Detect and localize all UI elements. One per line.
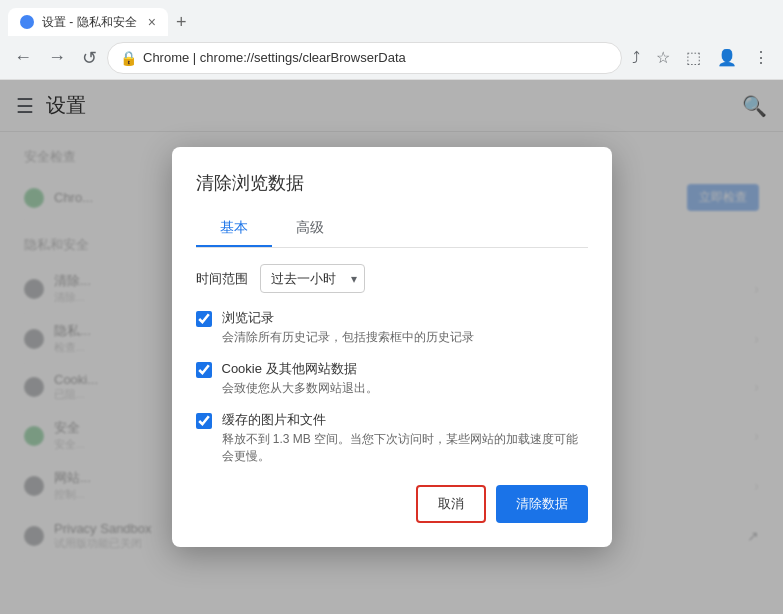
modal-tabs: 基本 高级 [196, 211, 588, 248]
nav-bar: ← → ↺ 🔒 Chrome | chrome://settings/clear… [0, 36, 783, 80]
modal-footer: 取消 清除数据 [196, 485, 588, 523]
address-bar[interactable]: 🔒 Chrome | chrome://settings/clearBrowse… [107, 42, 622, 74]
menu-button[interactable]: ⋮ [747, 44, 775, 71]
tab-basic[interactable]: 基本 [196, 211, 272, 247]
lock-icon: 🔒 [120, 50, 137, 66]
cache-checkbox[interactable] [196, 413, 212, 429]
checkbox-cookies: Cookie 及其他网站数据 会致使您从大多数网站退出。 [196, 360, 588, 397]
clear-data-modal: 清除浏览数据 基本 高级 时间范围 过去一小时 [172, 147, 612, 547]
clear-data-button[interactable]: 清除数据 [496, 485, 588, 523]
cookies-checkbox-label: Cookie 及其他网站数据 [222, 360, 378, 378]
time-range-select[interactable]: 过去一小时 [260, 264, 365, 293]
cancel-button[interactable]: 取消 [416, 485, 486, 523]
checkbox-cache: 缓存的图片和文件 释放不到 1.3 MB 空间。当您下次访问时，某些网站的加载速… [196, 411, 588, 465]
cookies-checkbox[interactable] [196, 362, 212, 378]
tab-bar: 设置 - 隐私和安全 × + [0, 0, 783, 36]
tab-advanced[interactable]: 高级 [272, 211, 348, 247]
active-tab[interactable]: 设置 - 隐私和安全 × [8, 8, 168, 36]
browser-window: 设置 - 隐私和安全 × + ← → ↺ 🔒 Chrome | chrome:/… [0, 0, 783, 614]
reload-button[interactable]: ↺ [76, 43, 103, 73]
browsing-history-desc: 会清除所有历史记录，包括搜索框中的历史记录 [222, 329, 474, 346]
cache-label: 缓存的图片和文件 [222, 411, 588, 429]
settings-page: ☰ 设置 🔍 安全检查 Chro... 立即检查 隐私和安全 清除... 清除.… [0, 80, 783, 614]
bookmark-button[interactable]: ☆ [650, 44, 676, 71]
browsing-history-label: 浏览记录 [222, 309, 474, 327]
avatar-button[interactable]: 👤 [711, 44, 743, 71]
cookies-checkbox-desc: 会致使您从大多数网站退出。 [222, 380, 378, 397]
time-range-label: 时间范围 [196, 270, 248, 288]
checkbox-browsing-history: 浏览记录 会清除所有历史记录，包括搜索框中的历史记录 [196, 309, 588, 346]
nav-actions: ⤴ ☆ ⬚ 👤 ⋮ [626, 44, 775, 71]
time-range-row: 时间范围 过去一小时 [196, 264, 588, 293]
modal-title: 清除浏览数据 [196, 171, 588, 195]
tab-close-button[interactable]: × [148, 14, 156, 30]
tab-favicon [20, 15, 34, 29]
share-button[interactable]: ⤴ [626, 44, 646, 71]
tab-title: 设置 - 隐私和安全 [42, 14, 137, 31]
extension-button[interactable]: ⬚ [680, 44, 707, 71]
back-button[interactable]: ← [8, 43, 38, 72]
new-tab-button[interactable]: + [168, 8, 195, 36]
cache-desc: 释放不到 1.3 MB 空间。当您下次访问时，某些网站的加载速度可能会更慢。 [222, 431, 588, 465]
modal-overlay: 清除浏览数据 基本 高级 时间范围 过去一小时 [0, 80, 783, 614]
time-range-select-wrapper[interactable]: 过去一小时 [260, 264, 365, 293]
forward-button[interactable]: → [42, 43, 72, 72]
browsing-history-checkbox[interactable] [196, 311, 212, 327]
address-text: Chrome | chrome://settings/clearBrowserD… [143, 50, 609, 65]
